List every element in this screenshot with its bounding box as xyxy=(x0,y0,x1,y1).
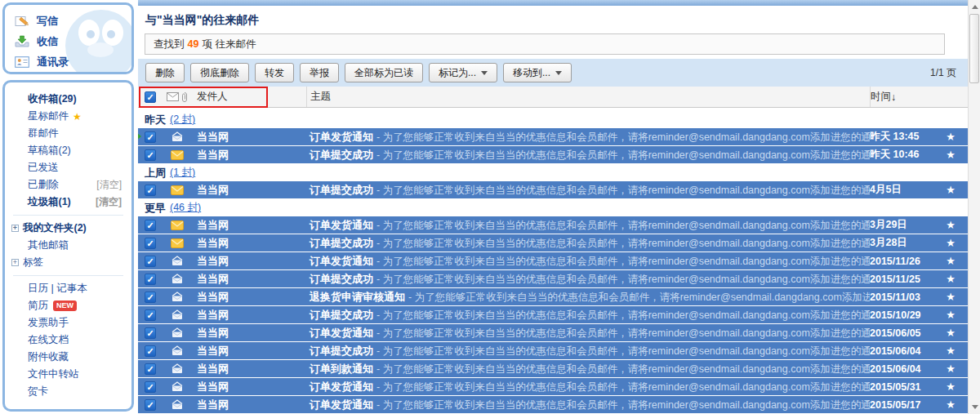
mail-row[interactable]: 当当网 订单发货通知- 为了您能够正常收到来自当当的优惠信息和会员邮件，请将re… xyxy=(138,324,968,341)
receive-button[interactable]: 收信 xyxy=(15,31,131,51)
toolbar-button[interactable]: 举报 xyxy=(300,63,339,82)
row-checkbox[interactable] xyxy=(138,363,163,375)
sidebar-folder-item[interactable]: 星标邮件 ★ xyxy=(5,108,131,125)
mail-date: 2015/06/05 xyxy=(870,327,933,339)
mail-row[interactable]: 当当网 订单发货通知- 为了您能够正常收到来自当当的优惠信息和会员邮件，请将re… xyxy=(138,216,968,234)
sidebar-folder-item[interactable]: 其他邮箱 xyxy=(5,237,131,254)
sidebar-folder-item[interactable]: 贺卡 xyxy=(5,383,131,400)
empty-folder-link[interactable]: [清空] xyxy=(96,178,122,192)
row-checkbox[interactable] xyxy=(138,185,163,196)
toolbar-dropdown[interactable]: 标记为... xyxy=(429,63,497,82)
row-checkbox[interactable] xyxy=(138,327,163,339)
expand-plus-icon[interactable] xyxy=(11,225,19,232)
contacts-button[interactable]: 通讯录 xyxy=(15,51,131,72)
row-star-icon[interactable]: ★ xyxy=(933,363,968,375)
mail-row[interactable]: 当当网 订单发货通知- 为了您能够正常收到来自当当的优惠信息和会员邮件，请将re… xyxy=(138,252,968,269)
sidebar-folder-item[interactable]: 草稿箱(2) xyxy=(5,142,131,159)
row-star-icon[interactable]: ★ xyxy=(933,345,968,357)
contact-card-icon xyxy=(15,56,29,68)
folder-label: 文件中转站 xyxy=(28,367,79,381)
row-star-icon[interactable]: ★ xyxy=(933,184,968,196)
toolbar-button[interactable]: 删除 xyxy=(145,63,185,82)
open-envelope-icon xyxy=(171,309,184,320)
mail-row[interactable]: 当当网 订单提交成功- 为了您能够正常收到来自当当的优惠信息和会员邮件，请将re… xyxy=(138,342,968,359)
mail-row[interactable]: 当当网 订单提交成功- 为了您能够正常收到来自当当的优惠信息和会员邮件，请将re… xyxy=(138,146,968,163)
page-title: 与"当当网"的往来邮件 xyxy=(145,13,968,28)
toolbar-button[interactable]: 转发 xyxy=(255,63,294,82)
row-star-icon[interactable]: ★ xyxy=(933,398,968,411)
open-envelope-icon xyxy=(171,381,184,392)
row-star-icon[interactable]: ★ xyxy=(933,273,968,285)
sidebar-folder-item[interactable]: 简历 NEW xyxy=(5,297,131,314)
folder-label: 简历 xyxy=(28,299,48,313)
group-count-link[interactable]: (1 封) xyxy=(170,166,195,180)
row-checkbox[interactable] xyxy=(138,274,163,285)
open-envelope-icon xyxy=(171,327,184,338)
mail-row[interactable]: 当当网 订单发货通知- 为了您能够正常收到来自当当的优惠信息和会员邮件，请将re… xyxy=(138,378,968,395)
row-star-icon[interactable]: ★ xyxy=(933,309,968,321)
row-checkbox[interactable] xyxy=(138,149,163,161)
checkbox-checked-icon xyxy=(145,292,156,303)
read-state-icon-cell xyxy=(163,274,192,284)
sidebar-folder-item[interactable]: 群邮件 xyxy=(5,125,131,142)
empty-folder-link[interactable]: [清空] xyxy=(96,195,122,209)
sidebar-folder-item[interactable]: 已删除 [清空] xyxy=(5,176,131,194)
mail-date: 2015/11/03 xyxy=(870,292,933,303)
sidebar-folder-item[interactable]: 发票助手 xyxy=(5,314,131,332)
closed-envelope-icon xyxy=(171,185,184,195)
row-checkbox[interactable] xyxy=(138,309,163,321)
row-star-icon[interactable]: ★ xyxy=(933,149,968,161)
scrollbar-thumb[interactable] xyxy=(969,14,979,83)
sort-desc-icon: ↓ xyxy=(891,91,896,103)
mail-row[interactable]: 当当网 订单到款通知- 为了您能够正常收到来自当当的优惠信息和会员邮件，请将re… xyxy=(138,360,968,377)
sidebar-folder-item[interactable]: 日历 | 记事本 xyxy=(5,280,131,297)
row-checkbox[interactable] xyxy=(138,381,163,393)
sidebar-folder-item[interactable]: 标签 xyxy=(5,254,131,271)
row-checkbox[interactable] xyxy=(138,238,163,249)
envelope-icon xyxy=(167,92,179,101)
result-prefix: 查找到 xyxy=(154,38,185,51)
sender-name: 当当网 xyxy=(192,236,306,251)
row-star-icon[interactable]: ★ xyxy=(933,381,968,393)
group-count-link[interactable]: (2 封) xyxy=(170,113,195,127)
row-star-icon[interactable]: ★ xyxy=(933,219,968,231)
row-star-icon[interactable]: ★ xyxy=(933,291,968,303)
row-star-icon[interactable]: ★ xyxy=(933,237,968,249)
sidebar-folder-item[interactable]: 已发送 xyxy=(5,159,131,176)
select-all-checkbox[interactable] xyxy=(138,91,163,103)
mail-row[interactable]: 当当网 退换货申请审核通知- 为了您能够正常收到来自当当的优惠信息和会员邮件，请… xyxy=(138,288,968,305)
sidebar-folder-item[interactable]: 我的文件夹(2) xyxy=(5,220,131,237)
compose-button[interactable]: 写信 xyxy=(15,11,131,31)
scroll-up-button[interactable] xyxy=(969,1,980,13)
mail-row[interactable]: 当当网 订单提交成功- 为了您能够正常收到来自当当的优惠信息和会员邮件，请将re… xyxy=(138,234,968,252)
sidebar-folder-item[interactable]: 垃圾箱(1) [清空] xyxy=(5,194,131,211)
scroll-down-button[interactable] xyxy=(969,401,980,413)
column-header-sender[interactable]: 发件人 xyxy=(192,90,306,104)
toolbar-button[interactable]: 彻底删除 xyxy=(190,63,249,82)
row-checkbox[interactable] xyxy=(138,345,163,357)
mail-row[interactable]: 当当网 订单提交成功- 为了您能够正常收到来自当当的优惠信息和会员邮件，请将re… xyxy=(138,181,968,198)
vertical-scrollbar[interactable] xyxy=(968,0,980,414)
sidebar-folder-item[interactable]: 附件收藏 xyxy=(5,349,131,366)
mail-row[interactable]: 当当网 订单提交成功- 为了您能够正常收到来自当当的优惠信息和会员邮件，请将re… xyxy=(138,270,968,287)
sidebar-folder-item[interactable]: 收件箱(29) xyxy=(5,91,131,108)
row-checkbox[interactable] xyxy=(138,256,163,267)
group-count-link[interactable]: (46 封) xyxy=(170,201,201,215)
row-checkbox[interactable] xyxy=(138,292,163,303)
sidebar-folder-item[interactable]: 文件中转站 xyxy=(5,366,131,383)
row-checkbox[interactable] xyxy=(138,220,163,231)
sidebar-folder-item[interactable]: 在线文档 xyxy=(5,332,131,349)
toolbar-dropdown[interactable]: 移动到... xyxy=(503,63,572,82)
row-star-icon[interactable]: ★ xyxy=(933,131,968,143)
row-star-icon[interactable]: ★ xyxy=(933,255,968,267)
row-checkbox[interactable] xyxy=(138,399,163,411)
column-header-time[interactable]: 时间↓ xyxy=(870,87,933,107)
mail-row[interactable]: 当当网 订单发货通知- 为了您能够正常收到来自当当的优惠信息和会员邮件，请将re… xyxy=(138,128,968,145)
mail-row[interactable]: 当当网 订单发货通知- 为了您能够正常收到来自当当的优惠信息和会员邮件，请将re… xyxy=(138,396,968,413)
toolbar-button[interactable]: 全部标为已读 xyxy=(345,63,423,82)
expand-plus-icon[interactable] xyxy=(11,259,19,266)
column-header-subject[interactable]: 主题 xyxy=(306,87,870,107)
row-checkbox[interactable] xyxy=(138,131,163,143)
mail-row[interactable]: 当当网 订单提交成功- 为了您能够正常收到来自当当的优惠信息和会员邮件，请将re… xyxy=(138,306,968,323)
row-star-icon[interactable]: ★ xyxy=(933,327,968,339)
